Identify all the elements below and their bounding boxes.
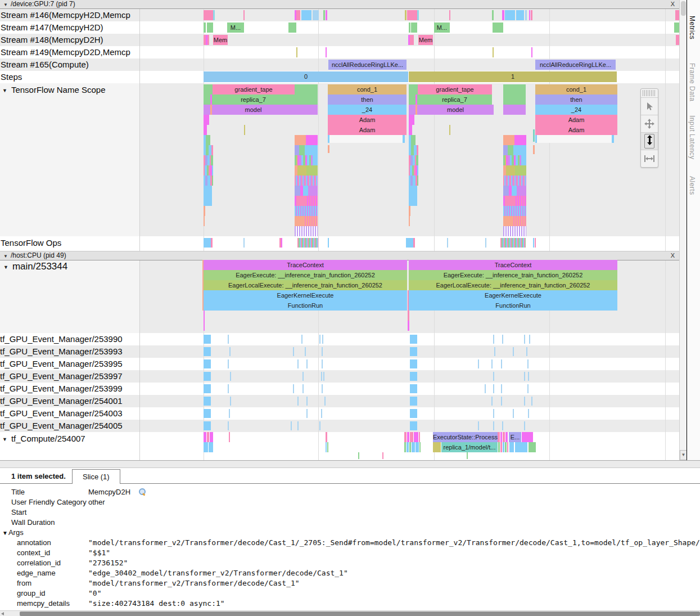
trace-block[interactable]: replica_7 <box>212 95 295 105</box>
row-label[interactable]: tf_GPU_Event_Manager/254005 <box>0 420 139 432</box>
trace-tick[interactable] <box>306 359 308 368</box>
trace-block[interactable] <box>358 452 359 459</box>
trace-block[interactable] <box>306 165 318 176</box>
trace-block[interactable] <box>207 35 209 45</box>
trace-block[interactable] <box>211 155 213 165</box>
trace-tick[interactable] <box>493 372 494 381</box>
trace-block[interactable] <box>675 10 679 20</box>
trace-block[interactable]: ncclAllReduceRingLLKe... <box>328 60 407 70</box>
trace-block[interactable] <box>204 421 211 430</box>
trace-block[interactable] <box>492 10 494 20</box>
trace-tick[interactable] <box>302 384 304 393</box>
scroll-left-arrow-icon[interactable] <box>1 612 4 615</box>
trace-block[interactable] <box>409 105 416 115</box>
trace-tick[interactable] <box>524 372 525 381</box>
close-cpu-panel-button[interactable]: X <box>671 251 675 260</box>
trace-block[interactable] <box>204 238 211 248</box>
trace-tick[interactable] <box>322 384 323 393</box>
trace-block[interactable]: EagerKernelExecute <box>204 290 407 300</box>
close-gpu-panel-button[interactable]: X <box>671 0 675 8</box>
trace-block[interactable] <box>303 186 308 196</box>
trace-block[interactable] <box>513 145 526 155</box>
trace-block[interactable]: M... <box>227 23 244 33</box>
trace-block[interactable] <box>301 10 311 20</box>
row-label[interactable]: tf_GPU_Event_Manager/253995 <box>0 358 139 370</box>
trace-block[interactable]: EagerExecute: __inference_train_function… <box>204 270 407 280</box>
trace-block[interactable] <box>449 125 450 135</box>
trace-block[interactable] <box>204 372 211 381</box>
trace-block[interactable] <box>410 409 417 418</box>
trace-block[interactable] <box>204 10 213 20</box>
trace-tick[interactable] <box>478 359 479 368</box>
trace-block[interactable] <box>295 105 318 115</box>
trace-tick[interactable] <box>531 397 532 406</box>
row-label[interactable]: tf_GPU_Event_Manager/253993 <box>0 345 139 358</box>
trace-block[interactable] <box>410 372 417 381</box>
trace-block[interactable] <box>212 165 213 176</box>
trace-block[interactable] <box>410 397 417 406</box>
trace-block[interactable] <box>328 145 329 153</box>
trace-block[interactable] <box>409 23 410 33</box>
trace-block[interactable] <box>417 176 418 186</box>
trace-block[interactable] <box>512 216 526 226</box>
trace-block[interactable] <box>382 452 383 459</box>
trace-block[interactable]: E... <box>509 432 521 442</box>
trace-block[interactable] <box>204 105 210 115</box>
trace-block[interactable] <box>404 442 406 452</box>
trace-block[interactable] <box>411 23 417 33</box>
trace-block[interactable] <box>503 186 509 196</box>
trace-block[interactable] <box>243 238 245 248</box>
trace-block[interactable] <box>409 115 414 125</box>
row-label[interactable]: tf_GPU_Event_Manager/254003 <box>0 407 139 420</box>
trace-block[interactable] <box>503 442 504 452</box>
row-label[interactable]: tf_GPU_Event_Manager/253997 <box>0 370 139 383</box>
trace-block[interactable] <box>493 47 494 57</box>
trace-block[interactable] <box>529 10 530 20</box>
collapse-triangle-icon[interactable]: ▼ <box>2 84 7 96</box>
trace-block[interactable] <box>295 145 299 155</box>
trace-tick[interactable] <box>306 397 308 406</box>
trace-block[interactable] <box>407 442 409 452</box>
trace-tick[interactable] <box>319 335 320 344</box>
trace-tick[interactable] <box>494 347 495 356</box>
trace-tick[interactable] <box>513 347 514 356</box>
trace-block[interactable] <box>409 95 416 105</box>
trace-block[interactable] <box>313 10 319 20</box>
trace-block[interactable]: EagerKernelExecute <box>409 290 617 300</box>
tab-input-latency[interactable]: Input Latency <box>688 115 696 160</box>
trace-block[interactable] <box>674 23 679 33</box>
trace-block[interactable]: model <box>417 105 494 115</box>
trace-block[interactable] <box>503 105 526 115</box>
trace-block[interactable] <box>207 432 209 442</box>
zoom-tool-button[interactable] <box>641 132 658 150</box>
trace-block[interactable] <box>204 397 211 406</box>
slice-tab[interactable]: Slice (1) <box>72 469 120 484</box>
details-horizontal-scrollbar[interactable] <box>0 610 700 616</box>
trace-tick[interactable] <box>323 372 324 381</box>
trace-block[interactable] <box>296 47 297 57</box>
trace-block[interactable] <box>295 84 318 95</box>
trace-block[interactable]: model <box>212 105 295 115</box>
trace-tick[interactable] <box>297 421 299 430</box>
trace-tick[interactable] <box>502 421 503 430</box>
trace-block[interactable]: cond_1 <box>328 84 407 95</box>
trace-block[interactable]: ExecutorState::Process <box>433 432 498 442</box>
trace-block[interactable] <box>403 135 405 143</box>
trace-block[interactable] <box>204 432 206 442</box>
trace-block[interactable] <box>204 115 209 125</box>
trace-tick[interactable] <box>485 384 486 393</box>
trace-tick[interactable] <box>501 359 502 368</box>
trace-block[interactable] <box>204 196 212 206</box>
trace-block[interactable]: gradient_tape <box>418 84 492 95</box>
trace-block[interactable] <box>295 216 304 226</box>
magnifier-icon[interactable] <box>138 488 146 496</box>
trace-block[interactable]: TraceContext <box>409 260 617 270</box>
trace-block[interactable]: Mem <box>418 35 433 45</box>
trace-block[interactable]: FunctionRun <box>409 300 617 311</box>
trace-block[interactable] <box>204 23 206 33</box>
trace-block[interactable] <box>417 145 418 155</box>
trace-block[interactable] <box>204 84 213 95</box>
trace-block[interactable] <box>414 432 418 442</box>
trace-block[interactable] <box>405 10 407 20</box>
trace-tick[interactable] <box>501 397 502 406</box>
